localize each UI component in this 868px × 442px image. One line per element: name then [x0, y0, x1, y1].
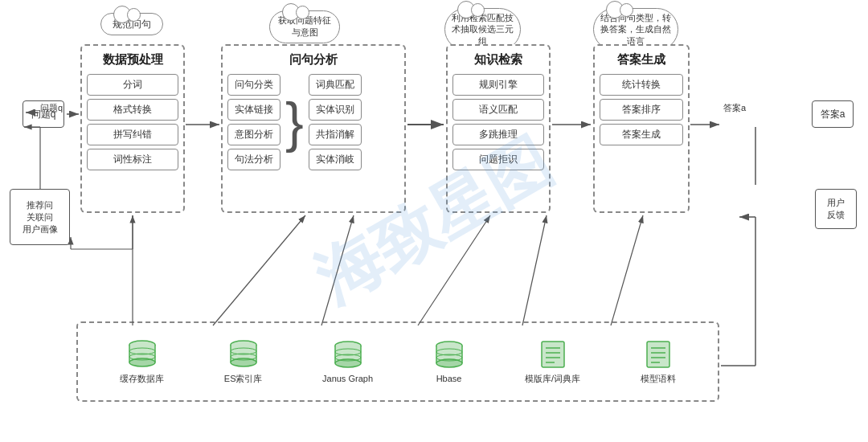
db-item-1: ES索引库 [224, 339, 263, 385]
analysis-title: 问句分析 [227, 52, 399, 68]
db-icon-1 [227, 339, 260, 370]
preprocess-item-1: 格式转换 [87, 99, 178, 121]
db-item-3: Hbase [433, 340, 465, 383]
svg-line-54 [611, 215, 643, 325]
section-analysis: 问句分析 问句分类 实体链接 意图分析 句法分析 } 词典匹配 实体识别 共指消… [221, 44, 406, 213]
search-item-3: 问题拒识 [452, 149, 544, 170]
svg-text:答案a: 答案a [723, 103, 747, 113]
bottom-section: 缓存数据库 ES索引库 [76, 321, 719, 402]
db-item-0: 缓存数据库 [120, 339, 164, 385]
search-title: 知识检索 [452, 52, 544, 68]
answer-title: 答案生成 [600, 52, 683, 68]
section-preprocess: 数据预处理 分词 格式转换 拼写纠错 词性标注 [80, 44, 185, 213]
section-answer: 答案生成 统计转换 答案排序 答案生成 [593, 44, 690, 213]
analysis-item-0: 问句分类 [227, 74, 280, 96]
search-item-0: 规则引擎 [452, 74, 544, 96]
db-icon-0 [126, 339, 158, 370]
analysis-right-0: 词典匹配 [309, 74, 362, 96]
answer-item-2: 答案生成 [600, 124, 683, 145]
section-search: 知识检索 规则引擎 语义匹配 多跳推理 问题拒识 [446, 44, 551, 213]
cloud-1: 规范问句 [100, 13, 163, 35]
search-item-1: 语义匹配 [452, 99, 544, 121]
question-input-box: 问题q [23, 100, 64, 128]
db-item-2: Janus Graph [322, 340, 373, 383]
preprocess-item-0: 分词 [87, 74, 178, 96]
svg-line-52 [418, 215, 490, 325]
db-item-5: 模型语料 [641, 339, 676, 385]
main-container: 海致星图 规范问句 获取问题特征与意图 利用检索匹配技术抽取候选三元组 结合问句… [0, 0, 868, 442]
preprocess-item-3: 词性标注 [87, 149, 178, 170]
db-doc-icon-1 [642, 339, 674, 370]
svg-line-51 [321, 215, 354, 325]
db-doc-icon-0 [537, 339, 569, 370]
search-item-2: 多跳推理 [452, 124, 544, 145]
preprocess-item-2: 拼写纠错 [87, 124, 178, 145]
svg-rect-28 [542, 342, 564, 367]
svg-line-53 [522, 215, 547, 325]
svg-line-50 [213, 215, 305, 325]
analysis-item-3: 句法分析 [227, 149, 280, 170]
analysis-right-2: 共指消解 [309, 124, 362, 145]
db-icon-2 [332, 340, 364, 370]
svg-rect-33 [647, 342, 669, 367]
left-side-box: 推荐问关联问用户画像 [10, 189, 70, 245]
analysis-left: 问句分类 实体链接 意图分析 句法分析 [227, 74, 280, 170]
diagram-wrapper: 规范问句 获取问题特征与意图 利用检索匹配技术抽取候选三元组 结合问句类型，转换… [8, 8, 860, 402]
analysis-right-1: 实体识别 [309, 99, 362, 121]
answer-item-0: 统计转换 [600, 74, 683, 96]
analysis-right-3: 实体消岐 [309, 149, 362, 170]
analysis-item-2: 意图分析 [227, 124, 280, 145]
right-side-box: 用户反馈 [815, 189, 857, 229]
cloud-2: 获取问题特征与意图 [269, 10, 340, 43]
answer-item-1: 答案排序 [600, 99, 683, 121]
analysis-content: 问句分类 实体链接 意图分析 句法分析 } 词典匹配 实体识别 共指消解 实体消… [227, 74, 399, 170]
brace-symbol: } [285, 95, 304, 149]
db-icon-3 [433, 340, 465, 370]
answer-output-box: 答案a [812, 100, 854, 128]
analysis-item-1: 实体链接 [227, 99, 280, 121]
db-item-4: 模版库/词典库 [525, 339, 580, 385]
analysis-right: 词典匹配 实体识别 共指消解 实体消岐 [309, 74, 362, 170]
preprocess-title: 数据预处理 [87, 52, 178, 68]
